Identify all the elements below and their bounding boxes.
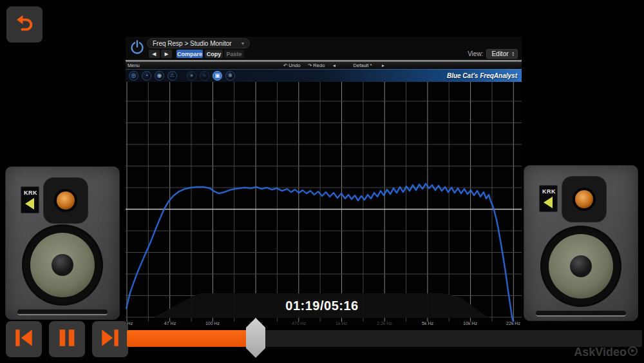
gain-knob-icon[interactable]: ◔ — [142, 71, 151, 81]
preset-prev-button[interactable]: ◀ — [149, 50, 160, 58]
krk-arrow-icon — [25, 198, 34, 210]
tweeter — [43, 177, 88, 224]
back-arrow-icon — [14, 12, 35, 37]
view-label: View: — [468, 50, 483, 57]
view-select-value: Editor — [491, 50, 508, 57]
krk-arrow-icon — [544, 197, 553, 208]
woofer — [542, 228, 620, 305]
display-mode-icon[interactable]: ▣ — [213, 71, 222, 81]
speaker-port — [536, 311, 626, 317]
preset-name[interactable]: Default * — [345, 63, 381, 68]
woofer — [24, 226, 101, 304]
record-icon[interactable]: ◉ — [155, 71, 164, 81]
pause-icon — [56, 327, 78, 351]
chevron-down-icon: ▾ — [242, 41, 244, 46]
krk-brand-text: KRK — [542, 188, 555, 195]
askvideo-logo-text: AskVideo — [574, 346, 627, 359]
pause-button[interactable] — [49, 321, 85, 357]
askvideo-logo: AskVideo — [574, 346, 638, 359]
preset-next-arrow[interactable]: ▸ — [382, 63, 384, 68]
right-speaker: KRK — [524, 165, 638, 321]
frequency-chart-svg — [126, 82, 522, 322]
krk-badge: KRK — [21, 186, 39, 213]
view-select[interactable]: Editor ▲▼ — [486, 49, 518, 59]
plugin-toolbar: ◎◔◉∴●▫▣❄Blue Cat's FreqAnalyst — [126, 69, 522, 82]
paste-button[interactable]: Paste — [224, 50, 244, 58]
menu-button[interactable]: Menu — [128, 63, 140, 68]
options-dots-icon[interactable]: ∴ — [167, 71, 177, 81]
preset-prev-arrow[interactable]: ◂ — [333, 63, 336, 68]
black-knob-icon[interactable]: ● — [187, 71, 196, 81]
krk-brand-text: KRK — [24, 190, 37, 196]
preset-next-button[interactable]: ▶ — [161, 50, 172, 58]
seek-scrubber-handle[interactable] — [246, 318, 265, 358]
select-arrows-icon: ▲▼ — [512, 52, 515, 57]
tweeter — [562, 176, 607, 222]
plugin-window: Freq Resp > Studio Monitor ▾ ◀ ▶ Compare… — [126, 37, 522, 328]
undo-button[interactable]: ↶ Undo — [283, 63, 300, 68]
host-header: Freq Resp > Studio Monitor ▾ ◀ ▶ Compare… — [126, 37, 522, 60]
skip-back-icon — [13, 327, 35, 351]
previous-button[interactable] — [6, 321, 42, 357]
next-button[interactable] — [92, 321, 128, 357]
skip-forward-icon — [99, 327, 121, 351]
copy-button[interactable]: Copy — [205, 50, 223, 58]
frequency-analyzer-chart: 22 Hz47 Hz100 Hz220 Hz470 Hz1k Hz2.2k Hz… — [126, 82, 522, 328]
krk-badge: KRK — [539, 185, 558, 212]
preset-dropdown[interactable]: Freq Resp > Studio Monitor ▾ — [147, 38, 250, 48]
seek-progress-fill — [127, 330, 256, 347]
left-speaker: KRK — [5, 166, 120, 320]
plugin-menu-bar: Menu ↶ Undo ↷ Redo ◂ Default * ▸ — [126, 62, 522, 69]
window-icon[interactable]: ▫ — [200, 71, 209, 81]
power-icon[interactable]: ◎ — [129, 71, 138, 81]
plugin-title: Blue Cat's FreqAnalyst — [447, 72, 517, 79]
timestamp-text: 01:19/05:16 — [245, 299, 399, 313]
preset-dropdown-value: Freq Resp > Studio Monitor — [153, 40, 232, 47]
speaker-port — [17, 309, 108, 315]
freeze-icon[interactable]: ❄ — [225, 71, 235, 81]
power-button[interactable] — [129, 39, 145, 55]
compare-button[interactable]: Compare — [176, 50, 203, 58]
back-button[interactable] — [6, 6, 43, 43]
seek-bar — [127, 318, 642, 358]
seek-track[interactable] — [127, 330, 642, 347]
redo-button[interactable]: ↷ Redo — [308, 63, 325, 68]
play-bubble-icon — [628, 346, 638, 356]
